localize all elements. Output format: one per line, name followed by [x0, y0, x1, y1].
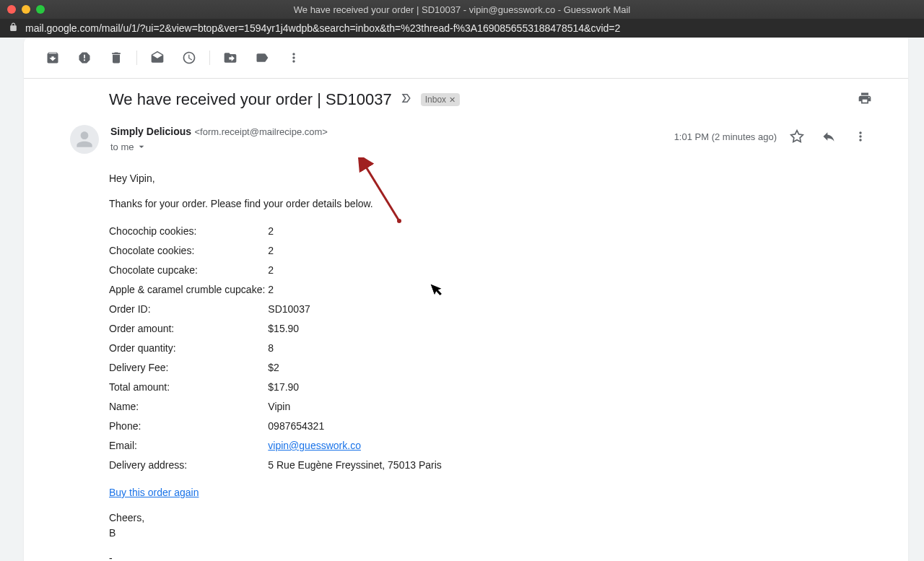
- row-label: Order ID:: [109, 300, 268, 319]
- buy-again-link[interactable]: Buy this order again: [109, 487, 199, 498]
- row-label: Total amount:: [109, 378, 268, 397]
- table-row: Chocochip cookies:2: [109, 222, 446, 241]
- sender-name: Simply Delicious: [110, 126, 191, 137]
- sender-email: <form.receipt@mailrecipe.com>: [195, 126, 328, 137]
- table-row: Apple & caramel crumble cupcake:2: [109, 280, 446, 300]
- row-label: Chocochip cookies:: [109, 222, 268, 241]
- email-subject: We have received your order | SD10037: [109, 90, 392, 109]
- row-label: Email:: [109, 436, 268, 456]
- signoff-line1: Cheers,: [109, 510, 872, 526]
- row-label: Chocolate cookies:: [109, 241, 268, 261]
- traffic-lights: [7, 5, 45, 14]
- signoff-line2: B: [109, 526, 872, 541]
- row-value: 8: [268, 339, 445, 358]
- greeting: Hey Vipin,: [109, 171, 872, 186]
- mark-unread-button[interactable]: [143, 45, 172, 71]
- row-value: 2: [268, 280, 445, 300]
- email-meta: 1:01 PM (2 minutes ago): [674, 125, 872, 148]
- reply-button[interactable]: [817, 125, 840, 148]
- more-message-button[interactable]: [849, 125, 872, 148]
- row-label: Apple & caramel crumble cupcake:: [109, 280, 268, 300]
- sender-info: Simply Delicious <form.receipt@mailrecip…: [110, 125, 663, 152]
- labels-button[interactable]: [248, 45, 276, 71]
- row-value: 2: [268, 222, 445, 241]
- minimize-window-button[interactable]: [22, 5, 30, 14]
- row-label: Phone:: [109, 417, 268, 436]
- row-value: $17.90: [268, 378, 445, 397]
- table-row: Phone:0987654321: [109, 417, 446, 436]
- label-text: Inbox: [425, 95, 446, 105]
- email-link[interactable]: vipin@guesswork.co: [268, 440, 361, 451]
- row-label: Delivery Fee:: [109, 358, 268, 378]
- toolbar-separator: [136, 51, 137, 65]
- table-row: Chocolate cupcake:2: [109, 261, 446, 280]
- fullscreen-window-button[interactable]: [36, 5, 45, 14]
- table-row: Name:Vipin: [109, 397, 446, 417]
- inbox-label-chip[interactable]: Inbox ✕: [421, 93, 460, 106]
- timestamp: 1:01 PM (2 minutes ago): [674, 131, 777, 142]
- remove-label-icon[interactable]: ✕: [449, 95, 456, 105]
- row-value: $2: [268, 358, 445, 378]
- row-label: Order quantity:: [109, 339, 268, 358]
- toolbar-separator: [209, 51, 210, 65]
- table-row: Delivery Fee:$2: [109, 358, 446, 378]
- sender-row: Simply Delicious <form.receipt@mailrecip…: [24, 115, 908, 154]
- row-label: Name:: [109, 397, 268, 417]
- delete-button[interactable]: [102, 45, 131, 71]
- row-value: 0987654321: [268, 417, 445, 436]
- importance-marker-icon[interactable]: [401, 92, 414, 108]
- lock-icon: [9, 22, 18, 35]
- order-details-table: Chocochip cookies:2Chocolate cookies:2Ch…: [109, 222, 446, 475]
- window-title-bar: We have received your order | SD10037 - …: [0, 0, 924, 19]
- close-window-button[interactable]: [7, 5, 16, 14]
- window-title: We have received your order | SD10037 - …: [0, 4, 924, 15]
- row-value: 2: [268, 241, 445, 261]
- spam-button[interactable]: [70, 45, 99, 71]
- chevron-down-icon: [136, 141, 147, 152]
- table-row: Total amount:$17.90: [109, 378, 446, 397]
- signature-dash: -: [109, 551, 872, 561]
- row-value: $15.90: [268, 319, 445, 339]
- more-button[interactable]: [279, 45, 308, 71]
- recipient-line[interactable]: to me: [110, 141, 663, 152]
- email-card: We have received your order | SD10037 In…: [24, 38, 908, 561]
- print-button[interactable]: [858, 91, 872, 108]
- table-row: Order ID:SD10037: [109, 300, 446, 319]
- table-row: Order amount:$15.90: [109, 319, 446, 339]
- table-row: Order quantity:8: [109, 339, 446, 358]
- row-value: 2: [268, 261, 445, 280]
- row-label: Order amount:: [109, 319, 268, 339]
- move-to-button[interactable]: [216, 45, 245, 71]
- content-area: We have received your order | SD10037 In…: [0, 38, 924, 561]
- snooze-button[interactable]: [175, 45, 204, 71]
- row-value: SD10037: [268, 300, 445, 319]
- to-text: to me: [110, 142, 134, 152]
- subject-row: We have received your order | SD10037 In…: [24, 79, 908, 115]
- table-row: Delivery address:5 Rue Eugène Freyssinet…: [109, 456, 446, 475]
- email-body: Hey Vipin, Thanks for your order. Please…: [24, 154, 908, 561]
- intro-text: Thanks for your order. Please find your …: [109, 196, 872, 212]
- row-value: Vipin: [268, 397, 445, 417]
- table-row: Chocolate cookies:2: [109, 241, 446, 261]
- url-text[interactable]: mail.google.com/mail/u/1/?ui=2&view=btop…: [25, 22, 620, 34]
- browser-address-bar: mail.google.com/mail/u/1/?ui=2&view=btop…: [0, 19, 924, 38]
- row-value: 5 Rue Eugène Freyssinet, 75013 Paris: [268, 456, 445, 475]
- archive-button[interactable]: [38, 45, 67, 71]
- row-label: Delivery address:: [109, 456, 268, 475]
- row-value: vipin@guesswork.co: [268, 436, 445, 456]
- row-label: Chocolate cupcake:: [109, 261, 268, 280]
- email-toolbar: [24, 38, 908, 79]
- star-button[interactable]: [785, 125, 808, 148]
- sender-avatar[interactable]: [70, 125, 99, 154]
- table-row: Email:vipin@guesswork.co: [109, 436, 446, 456]
